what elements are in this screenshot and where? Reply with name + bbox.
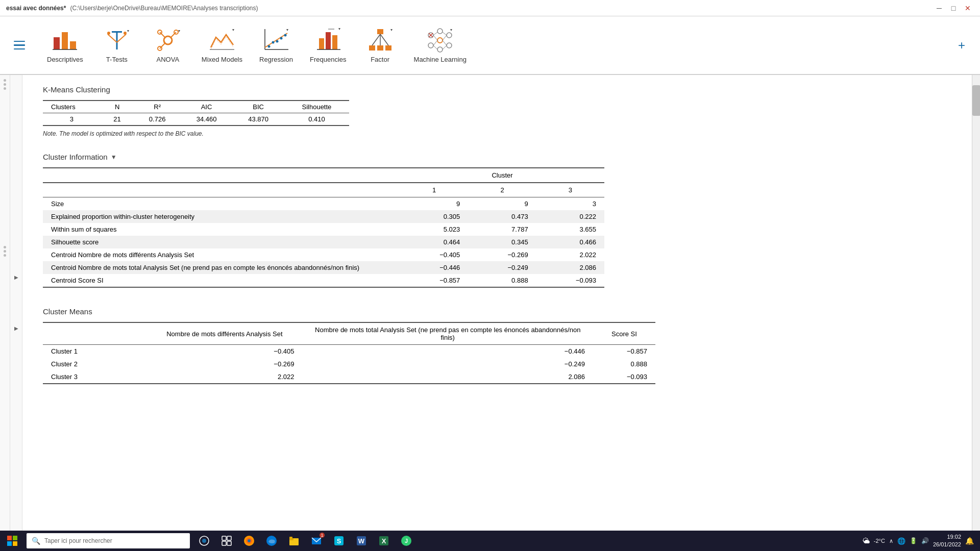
kmeans-col-aic: AIC xyxy=(181,101,233,113)
skype-button[interactable]: S xyxy=(329,531,349,551)
cluster-means-ntotal-2: −0.249 xyxy=(302,358,593,370)
start-button[interactable] xyxy=(0,531,24,551)
cluster-info-row-explained: Explained proportion within-cluster hete… xyxy=(43,210,604,223)
chevron-up-icon[interactable]: ∧ xyxy=(889,538,893,544)
file-explorer-button[interactable] xyxy=(284,531,304,551)
cluster-info-label-centroid-score: Centroid Score SI xyxy=(43,274,400,287)
svg-point-63 xyxy=(202,539,206,543)
cluster-means-row-2: Cluster 2 −0.269 −0.249 0.888 xyxy=(43,358,655,370)
edge-button[interactable] xyxy=(261,531,282,551)
toolbar-label-regression: Regression xyxy=(259,56,293,63)
toolbar-label-anova: ANOVA xyxy=(157,56,180,63)
notification-icon[interactable]: 🔔 xyxy=(965,537,974,545)
cluster-means-th-label xyxy=(43,322,146,345)
toolbar-label-mixed-models: Mixed Models xyxy=(202,56,242,63)
toolbar-item-anova[interactable]: ANOVA xyxy=(142,23,193,67)
svg-point-48 xyxy=(437,47,443,52)
cluster-info-centroid-score-c2: 0.888 xyxy=(468,274,536,287)
descriptives-icon xyxy=(52,27,78,54)
cluster-info-centroid-ntotal-c3: 2.086 xyxy=(536,261,604,274)
svg-text:J: J xyxy=(405,538,408,544)
cluster-info-centroid-ndiff-c3: 2.022 xyxy=(536,248,604,261)
word-button[interactable]: W xyxy=(351,531,372,551)
svg-rect-4 xyxy=(112,31,122,33)
cluster-info-section: Cluster Information ▼ Cluster 1 2 3 xyxy=(43,153,951,288)
kmeans-table: Clusters N R² AIC BIC Silhouette 3 21 0.… xyxy=(43,100,349,126)
kmeans-cell-aic: 34.460 xyxy=(181,113,233,126)
toolbar-label-factor: Factor xyxy=(371,56,389,63)
task-view-button[interactable] xyxy=(216,531,237,551)
cluster-info-table: Cluster 1 2 3 Size 9 9 3 xyxy=(43,167,604,288)
svg-point-8 xyxy=(124,32,127,35)
maximize-button[interactable]: □ xyxy=(947,2,960,14)
toolbar-item-factor[interactable]: Factor xyxy=(355,23,406,67)
svg-line-6 xyxy=(108,34,117,42)
taskbar-search-bar[interactable]: 🔍 Taper ici pour rechercher xyxy=(27,533,190,548)
toolbar-item-regression[interactable]: Regression xyxy=(251,23,302,67)
svg-rect-1 xyxy=(62,32,68,49)
svg-line-13 xyxy=(171,32,176,37)
svg-line-42 xyxy=(380,34,388,45)
dot xyxy=(4,254,6,257)
add-analysis-button[interactable]: + xyxy=(951,35,972,56)
volume-icon[interactable]: 🔊 xyxy=(921,537,929,544)
svg-rect-65 xyxy=(227,536,231,540)
svg-point-27 xyxy=(280,37,283,40)
firefox-button[interactable] xyxy=(239,531,259,551)
dot xyxy=(4,79,6,82)
mail-button[interactable]: 1 xyxy=(306,531,327,551)
toolbar-item-descriptives[interactable]: Descriptives xyxy=(39,23,91,67)
close-button[interactable]: ✕ xyxy=(962,2,974,14)
toolbar-item-frequencies[interactable]: Frequencies xyxy=(302,23,355,67)
cluster-info-centroid-score-c3: −0.093 xyxy=(536,274,604,287)
cluster-info-row-size: Size 9 9 3 xyxy=(43,197,604,211)
cluster-info-label-centroid-ndiff: Centroid Nombre de mots différents Analy… xyxy=(43,248,400,261)
svg-line-51 xyxy=(433,32,437,35)
regression-icon xyxy=(263,27,289,54)
svg-rect-66 xyxy=(222,541,226,545)
ttests-icon xyxy=(104,27,130,54)
svg-line-56 xyxy=(443,35,447,40)
dot-group-1 xyxy=(4,79,6,90)
minimize-button[interactable]: ─ xyxy=(933,2,945,14)
kmeans-cell-n: 21 xyxy=(101,113,134,126)
cluster-info-explained-c3: 0.222 xyxy=(536,210,604,223)
svg-rect-67 xyxy=(227,541,231,545)
excel-button[interactable]: X xyxy=(374,531,394,551)
network-icon[interactable]: 🌐 xyxy=(897,537,905,545)
svg-line-40 xyxy=(372,34,380,45)
scrollbar[interactable] xyxy=(972,75,980,531)
hamburger-menu-button[interactable] xyxy=(8,34,31,57)
svg-line-53 xyxy=(433,40,437,45)
cluster-info-silhouette-c1: 0.464 xyxy=(400,236,468,248)
svg-text:S: S xyxy=(337,537,341,545)
cluster-info-centroid-ntotal-c2: −0.249 xyxy=(468,261,536,274)
green-app-button[interactable]: J xyxy=(396,531,416,551)
cortana-button[interactable] xyxy=(194,531,214,551)
expand-left-button-2[interactable]: ▶ xyxy=(11,323,21,334)
cluster-info-centroid-score-c1: −0.857 xyxy=(400,274,468,287)
clock[interactable]: 19:02 26/01/2022 xyxy=(933,533,961,549)
hamburger-line-3 xyxy=(14,48,25,50)
factor-icon xyxy=(367,27,394,54)
cluster-info-dropdown-arrow[interactable]: ▼ xyxy=(111,154,117,161)
toolbar-item-mixed-models[interactable]: Mixed Models xyxy=(193,23,251,67)
svg-text:X: X xyxy=(382,537,386,545)
cluster-info-silhouette-c2: 0.345 xyxy=(468,236,536,248)
expand-left-button[interactable]: ▶ xyxy=(11,272,21,283)
cluster-means-table: Nombre de mots différents Analysis Set N… xyxy=(43,322,655,384)
toolbar-item-ttests[interactable]: T-Tests xyxy=(91,23,142,67)
svg-rect-2 xyxy=(70,41,76,49)
svg-rect-36 xyxy=(377,29,383,34)
cluster-means-th-ndiff: Nombre de mots différents Analysis Set xyxy=(146,322,302,345)
mixed-models-icon xyxy=(209,27,235,54)
svg-point-50 xyxy=(447,43,452,48)
cluster-info-row-centroid-ndiff: Centroid Nombre de mots différents Analy… xyxy=(43,248,604,261)
svg-point-11 xyxy=(164,36,172,44)
windows-logo xyxy=(7,536,17,546)
cluster-means-label-1: Cluster 1 xyxy=(43,345,146,358)
svg-rect-30 xyxy=(319,38,324,49)
taskbar-search-placeholder: Taper ici pour rechercher xyxy=(44,537,112,544)
system-tray: 🌥 -2°C ∧ 🌐 🔋 🔊 19:02 26/01/2022 🔔 xyxy=(863,533,980,549)
toolbar-item-machine-learning[interactable]: Machine Learning xyxy=(406,23,475,67)
